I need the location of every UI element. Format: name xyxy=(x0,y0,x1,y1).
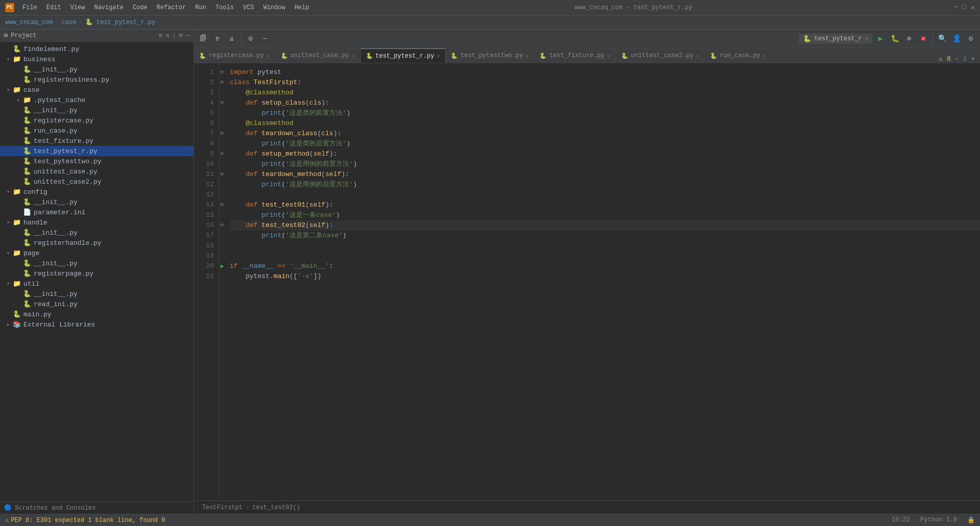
status-position[interactable]: 16:22 xyxy=(892,516,910,524)
breadcrumb-case[interactable]: case xyxy=(62,19,77,26)
coverage-button[interactable]: ⊕ xyxy=(903,33,915,45)
warning-chevron[interactable]: ▾ xyxy=(971,55,975,63)
tab-test-pytesttwo[interactable]: 🐍 test_pytesttwo.py ✕ xyxy=(446,48,534,63)
maximize-button[interactable]: □ xyxy=(962,3,966,12)
expand-all-button[interactable]: ⇊ xyxy=(226,33,238,45)
breadcrumb-root[interactable]: www_cncaq_com xyxy=(5,19,53,26)
tree-arrow-util[interactable] xyxy=(4,281,12,287)
menu-navigate[interactable]: Navigate xyxy=(90,3,128,12)
fold-marker-2[interactable]: ⊖ xyxy=(220,78,224,88)
tab-close-test-fixture[interactable]: ✕ xyxy=(607,53,610,59)
editor-breadcrumb-class[interactable]: TestFirstpt xyxy=(202,504,242,511)
tree-item-findelement[interactable]: 🐍 findelement.py xyxy=(0,44,193,54)
tab-close-test-pytesttwo[interactable]: ✕ xyxy=(526,53,529,59)
settings-button[interactable]: ⚙ xyxy=(244,33,257,45)
sidebar-sort-icon[interactable]: ⇅ xyxy=(165,32,169,39)
tree-item-registerbusiness[interactable]: 🐍 registerbusiness.py xyxy=(0,74,193,85)
tree-item-read-ini[interactable]: 🐍 read_ini.py xyxy=(0,299,193,309)
fold-marker-7[interactable]: ⊖ xyxy=(220,129,224,139)
fold-marker-16[interactable]: ⊖ xyxy=(220,220,224,231)
sidebar-footer[interactable]: 🔵 Scratches and Consoles xyxy=(0,502,193,514)
debug-button[interactable]: 🐛 xyxy=(889,33,901,45)
fold-marker-9[interactable]: ⊖ xyxy=(220,149,224,159)
fold-marker-11[interactable]: ⊖ xyxy=(220,169,224,180)
close-button[interactable]: ✕ xyxy=(971,3,975,12)
tab-close-unittest-case[interactable]: ✕ xyxy=(352,53,355,59)
tree-item-main[interactable]: 🐍 main.py xyxy=(0,309,193,319)
settings2-button[interactable]: ⚙ xyxy=(965,33,977,45)
editor-breadcrumb-method[interactable]: test_test02() xyxy=(252,504,300,511)
tree-arrow-case[interactable] xyxy=(4,87,12,93)
run-config-selector[interactable]: 🐍 test_pytest_r ▾ xyxy=(799,34,872,44)
window-controls[interactable]: ─ □ ✕ xyxy=(954,3,975,12)
tab-test-pytest-r[interactable]: 🐍 test_pytest_r.py ✕ xyxy=(361,48,446,63)
tab-registercase[interactable]: 🐍 registercase.py ✕ xyxy=(194,48,276,63)
status-warning[interactable]: ⚠ PEP 8: E301 expected 1 blank line, fou… xyxy=(5,516,165,524)
tab-close-unittest-case2[interactable]: ✕ xyxy=(696,53,699,59)
sidebar-collapse-icon[interactable]: ↕ xyxy=(172,32,176,39)
tree-arrow-pytest-cache[interactable] xyxy=(14,97,22,103)
tree-item-registerhandle[interactable]: 🐍 registerhandle.py xyxy=(0,238,193,248)
tree-item-unittest-case[interactable]: 🐍 unittest_case.py xyxy=(0,166,193,177)
menu-refactor[interactable]: Refactor xyxy=(153,3,190,12)
tree-item-init5[interactable]: 🐍 __init__.py xyxy=(0,258,193,268)
tree-arrow-config[interactable] xyxy=(4,189,12,195)
tree-item-page[interactable]: 📁 page xyxy=(0,248,193,258)
menu-help[interactable]: Help xyxy=(290,3,313,12)
tree-arrow-business[interactable] xyxy=(4,56,12,62)
tree-item-util[interactable]: 📁 util xyxy=(0,279,193,289)
collapse-all-button[interactable]: ⇈ xyxy=(211,33,224,45)
tree-item-init6[interactable]: 🐍 __init__.py xyxy=(0,289,193,299)
tree-item-parameter[interactable]: 📄 parameter.ini xyxy=(0,207,193,217)
run-button[interactable]: ▶ xyxy=(874,33,887,45)
tree-arrow-page[interactable] xyxy=(4,250,12,256)
new-file-button[interactable]: 🗐 xyxy=(197,33,209,45)
menu-tools[interactable]: Tools xyxy=(211,3,238,12)
minimize-panel-button[interactable]: ─ xyxy=(259,33,271,45)
search-button[interactable]: 🔍 xyxy=(936,33,948,45)
tab-close-run-case[interactable]: ✕ xyxy=(763,53,766,59)
minimize-button[interactable]: ─ xyxy=(954,3,958,12)
fold-marker-14[interactable]: ⊖ xyxy=(220,200,224,210)
tree-item-extlibs[interactable]: 📚 External Libraries xyxy=(0,319,193,330)
status-python[interactable]: Python 3.8 xyxy=(920,516,957,524)
sidebar-settings-icon[interactable]: ⚙ xyxy=(179,32,183,39)
breadcrumb-file[interactable]: 🐍 test_pytest_r.py xyxy=(85,18,155,26)
tree-item-run-case[interactable]: 🐍 run_case.py xyxy=(0,126,193,136)
menu-code[interactable]: Code xyxy=(129,3,152,12)
tree-item-test-pytest-r[interactable]: 🐍 test_pytest_r.py xyxy=(0,146,193,156)
fold-marker-4[interactable]: ⊖ xyxy=(220,98,224,108)
tree-item-init1[interactable]: 🐍 __init__.py xyxy=(0,64,193,74)
tree-item-config[interactable]: 📁 config xyxy=(0,187,193,197)
tree-item-handle[interactable]: 📁 handle xyxy=(0,217,193,228)
tree-item-registercase[interactable]: 🐍 registercase.py xyxy=(0,115,193,126)
tab-test-fixture[interactable]: 🐍 test_fixture.py ✕ xyxy=(534,48,616,63)
tree-item-business[interactable]: 📁 business xyxy=(0,54,193,64)
sidebar-gear-icon[interactable]: ⚙ xyxy=(159,32,162,39)
tree-item-init4[interactable]: 🐍 __init__.py xyxy=(0,228,193,238)
sidebar-minus-icon[interactable]: ─ xyxy=(186,32,189,39)
tree-item-unittest-case2[interactable]: 🐍 unittest_case2.py xyxy=(0,177,193,187)
tree-arrow-handle[interactable] xyxy=(4,219,12,226)
tree-item-init2[interactable]: 🐍 __init__.py xyxy=(0,105,193,115)
menu-bar[interactable]: File Edit View Navigate Code Refactor Ru… xyxy=(18,3,313,12)
code-editor[interactable]: 1 2 3 4 5 6 7 8 9 10 11 12 13 14 15 16 1… xyxy=(194,63,980,500)
tree-arrow-extlibs[interactable] xyxy=(4,321,12,328)
tree-item-pytest-cache[interactable]: 📁 .pytest_cache xyxy=(0,95,193,105)
tree-item-test-fixture[interactable]: 🐍 test_fixture.py xyxy=(0,136,193,146)
menu-edit[interactable]: Edit xyxy=(42,3,65,12)
tab-unittest-case2[interactable]: 🐍 unittest_case2.py ✕ xyxy=(616,48,705,63)
code-content[interactable]: ⊖ import pytest ⊖ class TestFirstpt: @cl… xyxy=(219,63,980,500)
menu-vcs[interactable]: VCS xyxy=(239,3,258,12)
run-icon-20[interactable]: ▶ xyxy=(220,261,224,271)
tree-item-init3[interactable]: 🐍 __init__.py xyxy=(0,197,193,207)
tree-item-case[interactable]: 📁 case xyxy=(0,85,193,95)
menu-run[interactable]: Run xyxy=(191,3,210,12)
profile-button[interactable]: 👤 xyxy=(950,33,963,45)
tab-close-test-pytest-r[interactable]: ✕ xyxy=(437,53,440,59)
tab-run-case[interactable]: 🐍 run_case.py ✕ xyxy=(705,48,772,63)
tab-close-registercase[interactable]: ✕ xyxy=(266,53,270,59)
menu-file[interactable]: File xyxy=(18,3,41,12)
menu-view[interactable]: View xyxy=(66,3,89,12)
stop-button[interactable]: ■ xyxy=(917,33,929,45)
